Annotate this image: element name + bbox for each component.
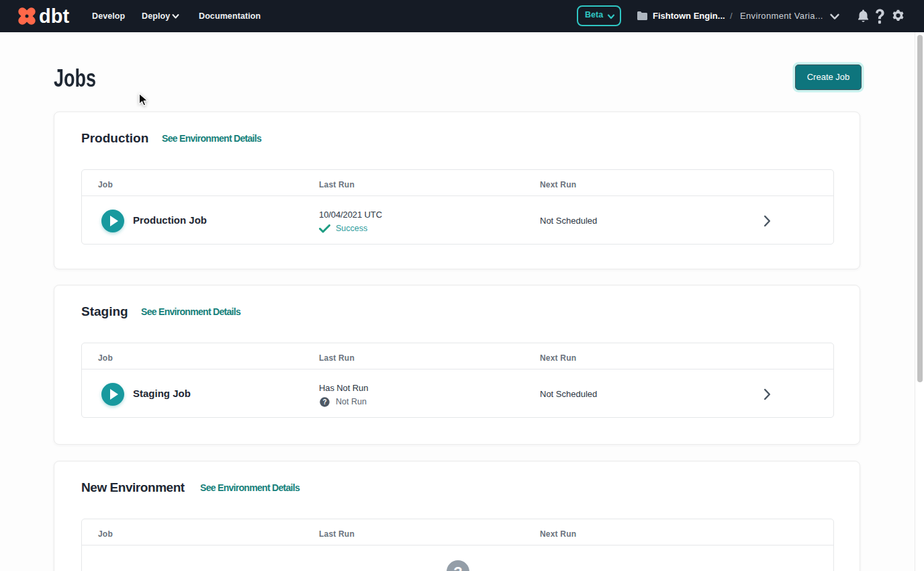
- svg-text:?: ?: [322, 398, 326, 406]
- svg-text:?: ?: [453, 564, 462, 571]
